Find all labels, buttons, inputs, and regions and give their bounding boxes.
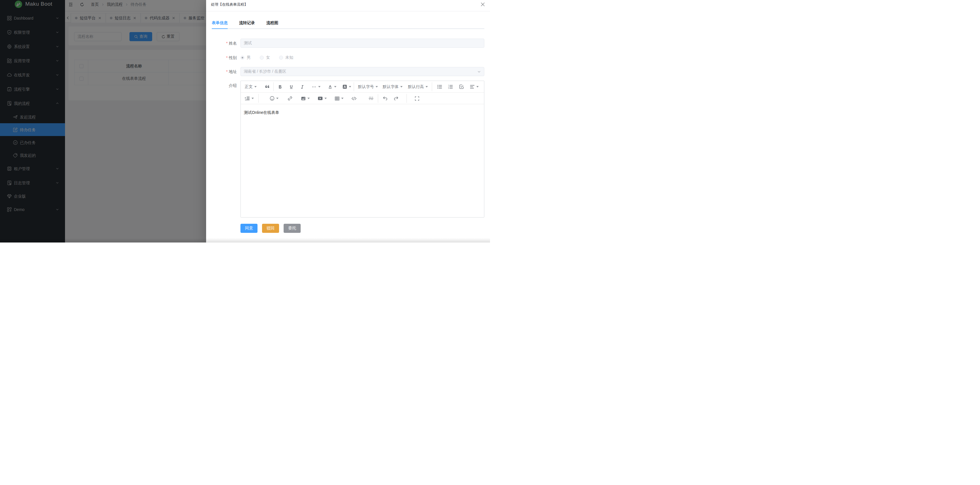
video-dropdown[interactable] bbox=[318, 94, 327, 103]
image-dropdown[interactable] bbox=[301, 94, 310, 103]
app-window: Maku Boot Dashboard 权限管理 系统设置 应用管理 bbox=[0, 0, 490, 243]
radio-label: 男 bbox=[247, 55, 251, 60]
font-color-dropdown[interactable] bbox=[328, 82, 336, 91]
caret-down-icon bbox=[476, 86, 479, 87]
intro-label: 介绍 bbox=[208, 81, 237, 90]
rich-text-editor: 正文 默认字号 默认字体 默认行高 bbox=[240, 81, 484, 218]
font-size-dropdown[interactable]: 默认字号 bbox=[358, 82, 378, 91]
gender-radio-group: 男 女 未知 bbox=[240, 53, 302, 62]
delegate-button[interactable]: 委托 bbox=[283, 224, 301, 233]
name-label: *姓名 bbox=[208, 39, 237, 48]
redo-icon[interactable] bbox=[394, 94, 399, 103]
address-select-value: 湖南省 / 长沙市 / 岳麓区 bbox=[244, 69, 286, 74]
reject-button[interactable]: 驳回 bbox=[262, 224, 279, 233]
table-dropdown[interactable] bbox=[335, 94, 344, 103]
radio-circle-icon bbox=[279, 56, 283, 60]
drawer-tabs: 表单信息 流转记录 流程图 bbox=[212, 17, 484, 29]
agree-button[interactable]: 同意 bbox=[240, 224, 258, 233]
radio-female[interactable]: 女 bbox=[260, 55, 270, 60]
underline-icon[interactable] bbox=[289, 82, 294, 91]
toolbar-divider bbox=[378, 94, 378, 103]
required-asterisk: * bbox=[226, 56, 228, 60]
todo-list-icon[interactable] bbox=[459, 82, 464, 91]
drawer-actions: 同意 驳回 委托 bbox=[240, 224, 305, 233]
caret-down-icon bbox=[400, 86, 402, 87]
drawer-title: 处理【在线表单流程】 bbox=[211, 3, 248, 6]
tabs-active-underline bbox=[212, 29, 228, 29]
radio-unknown[interactable]: 未知 bbox=[279, 55, 293, 60]
caret-down-icon bbox=[375, 86, 378, 87]
tab-flow-diagram[interactable]: 流程图 bbox=[266, 17, 278, 29]
more-style-dropdown[interactable] bbox=[312, 82, 320, 91]
radio-male[interactable]: 男 bbox=[240, 55, 251, 60]
bold-icon[interactable] bbox=[278, 82, 283, 91]
svg-text:3: 3 bbox=[448, 87, 449, 89]
caret-down-icon bbox=[255, 86, 257, 87]
link-icon[interactable] bbox=[288, 94, 293, 103]
toolbar-divider bbox=[258, 94, 259, 103]
radio-label: 未知 bbox=[285, 55, 293, 60]
editor-toolbar: 正文 默认字号 默认字体 默认行高 bbox=[241, 81, 484, 104]
required-asterisk: * bbox=[226, 41, 228, 45]
caret-down-icon bbox=[325, 98, 327, 99]
radio-circle-icon bbox=[260, 56, 264, 60]
caret-down-icon bbox=[251, 98, 254, 99]
undo-icon[interactable] bbox=[383, 94, 388, 103]
name-input-value: 测试 bbox=[244, 41, 252, 46]
address-label: *地址 bbox=[208, 67, 237, 76]
caret-down-icon bbox=[426, 86, 428, 87]
address-select[interactable]: 湖南省 / 长沙市 / 岳麓区 bbox=[240, 67, 484, 76]
name-input[interactable]: 测试 bbox=[240, 39, 484, 48]
ordered-list-icon[interactable]: 123 bbox=[448, 82, 453, 91]
caret-down-icon bbox=[276, 98, 278, 99]
chevron-down-icon bbox=[477, 70, 481, 73]
gender-label: *性别 bbox=[208, 53, 237, 62]
fullscreen-icon[interactable] bbox=[415, 94, 419, 103]
editor-text: 测试Online在线表单 bbox=[244, 109, 279, 116]
caret-down-icon bbox=[341, 98, 344, 99]
font-family-dropdown[interactable]: 默认字体 bbox=[383, 82, 402, 91]
editor-content[interactable]: 测试Online在线表单 bbox=[241, 105, 484, 217]
caret-down-icon bbox=[349, 86, 351, 87]
align-dropdown[interactable] bbox=[470, 82, 479, 91]
bg-color-dropdown[interactable] bbox=[342, 82, 351, 91]
divider-line-icon[interactable] bbox=[369, 94, 374, 103]
required-asterisk: * bbox=[226, 69, 228, 74]
paragraph-style-dropdown[interactable]: 正文 bbox=[245, 82, 257, 91]
blockquote-icon[interactable] bbox=[265, 82, 270, 91]
italic-icon[interactable] bbox=[300, 82, 305, 91]
toolbar-divider bbox=[432, 82, 432, 91]
indent-dropdown[interactable] bbox=[245, 94, 254, 103]
close-icon[interactable] bbox=[480, 2, 485, 7]
toolbar-divider bbox=[354, 82, 354, 91]
tabs-underline bbox=[212, 29, 484, 29]
tab-flow-records[interactable]: 流转记录 bbox=[239, 17, 255, 29]
caret-down-icon bbox=[307, 98, 310, 99]
caret-down-icon bbox=[334, 86, 336, 87]
tab-form-info[interactable]: 表单信息 bbox=[212, 17, 228, 29]
caret-down-icon bbox=[318, 86, 320, 87]
process-drawer: 处理【在线表单流程】 表单信息 流转记录 流程图 *姓名 测试 *性别 男 女 … bbox=[206, 0, 490, 243]
bullet-list-icon[interactable] bbox=[437, 82, 442, 91]
emoji-dropdown[interactable] bbox=[270, 94, 278, 103]
code-block-icon[interactable] bbox=[352, 94, 356, 103]
line-height-dropdown[interactable]: 默认行高 bbox=[408, 82, 428, 91]
radio-label: 女 bbox=[266, 55, 270, 60]
radio-circle-icon bbox=[240, 56, 245, 60]
drawer-header: 处理【在线表单流程】 bbox=[206, 0, 490, 11]
